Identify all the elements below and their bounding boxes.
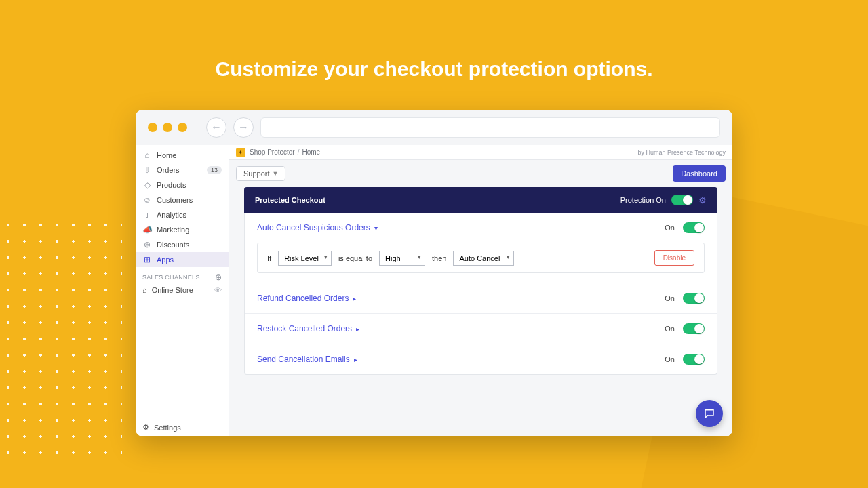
rule-title[interactable]: Refund Cancelled Orders (257, 293, 349, 303)
marketing-icon: 📣 (142, 225, 152, 235)
dashboard-button[interactable]: Dashboard (673, 165, 726, 182)
rule-state: On (665, 325, 675, 333)
breadcrumb-app: Shop Protector (250, 148, 295, 156)
breadcrumb-current: Home (302, 148, 321, 156)
app-toolbar: Support ▼ Dashboard (229, 160, 732, 187)
operator-label: is equal to (338, 254, 372, 262)
apps-icon: ⊞ (142, 255, 152, 264)
sidebar-item-label: Analytics (157, 211, 222, 219)
home-icon: ⌂ (142, 150, 152, 160)
panel-title: Protected Checkout (255, 196, 326, 204)
rule-title[interactable]: Restock Cancelled Orders (257, 324, 352, 333)
sidebar-item-analytics[interactable]: ⫾ Analytics (136, 207, 229, 222)
sidebar-item-apps[interactable]: ⊞ Apps (136, 252, 229, 267)
sidebar-item-home[interactable]: ⌂ Home (136, 148, 229, 163)
rule-auto-cancel: Auto Cancel Suspicious Orders ▾ On If Ri… (245, 213, 717, 283)
orders-icon: ⇩ (142, 165, 152, 175)
sidebar-item-label: Home (157, 151, 222, 159)
rule-refund-cancelled: Refund Cancelled Orders ▸ On (245, 283, 717, 314)
traffic-dot (148, 123, 157, 132)
add-channel-icon[interactable]: ⊕ (215, 272, 222, 282)
orders-badge: 13 (207, 166, 222, 174)
shop-protector-icon: ✦ (236, 148, 245, 157)
rule-title[interactable]: Send Cancellation Emails (257, 354, 350, 364)
url-bar[interactable] (260, 117, 720, 138)
channel-label: Online Store (152, 286, 210, 294)
decorative-dots (0, 217, 122, 454)
browser-window: ← → ⌂ Home ⇩ Orders 13 ◇ Products (136, 110, 732, 436)
support-button[interactable]: Support ▼ (236, 166, 285, 181)
discounts-icon: ⊛ (142, 240, 152, 249)
main-panel: ✦ Shop Protector / Home by Human Presenc… (229, 145, 732, 436)
support-label: Support (243, 169, 270, 178)
rule-condition-row: If Risk Level is equal to High then Auto… (257, 243, 705, 273)
breadcrumb-separator: / (298, 148, 300, 156)
channel-online-store[interactable]: ⌂ Online Store 👁 (136, 283, 229, 297)
nav-forward-button[interactable]: → (233, 117, 254, 138)
action-select[interactable]: Auto Cancel (453, 251, 514, 266)
rule-toggle[interactable] (683, 293, 705, 304)
analytics-icon: ⫾ (142, 210, 152, 220)
traffic-lights (148, 123, 187, 132)
rule-state: On (665, 294, 675, 302)
protection-toggle[interactable] (671, 195, 693, 205)
sidebar-item-label: Apps (157, 256, 222, 264)
field-select[interactable]: Risk Level (278, 251, 332, 266)
store-icon: ⌂ (142, 286, 147, 294)
rule-send-cancellation-emails: Send Cancellation Emails ▸ On (245, 344, 717, 374)
sidebar-item-label: Discounts (157, 241, 222, 249)
customers-icon: ☺ (142, 195, 152, 205)
rule-state: On (665, 224, 675, 232)
protection-label: Protection On (620, 196, 666, 204)
rule-restock-cancelled: Restock Cancelled Orders ▸ On (245, 314, 717, 344)
disable-rule-button[interactable]: Disable (654, 250, 694, 266)
sidebar-settings[interactable]: ⚙ Settings (136, 418, 229, 436)
gear-icon[interactable]: ⚙ (698, 195, 707, 205)
sales-channels-label: SALES CHANNELS (142, 274, 200, 281)
help-fab[interactable] (696, 400, 723, 427)
gear-icon: ⚙ (142, 423, 149, 432)
rule-title[interactable]: Auto Cancel Suspicious Orders (257, 223, 370, 232)
sidebar-item-customers[interactable]: ☺ Customers (136, 192, 229, 207)
sidebar-item-label: Orders (157, 166, 202, 174)
rule-toggle[interactable] (683, 354, 705, 365)
rule-toggle[interactable] (683, 323, 705, 334)
traffic-dot (163, 123, 172, 132)
settings-label: Settings (154, 424, 181, 432)
rule-toggle[interactable] (683, 222, 705, 233)
if-label: If (267, 254, 271, 262)
chevron-right-icon[interactable]: ▸ (356, 325, 359, 333)
rules-list: Auto Cancel Suspicious Orders ▾ On If Ri… (244, 213, 717, 375)
protected-checkout-header: Protected Checkout Protection On ⚙ (244, 187, 717, 213)
chevron-right-icon[interactable]: ▸ (354, 356, 357, 363)
sidebar-item-products[interactable]: ◇ Products (136, 178, 229, 192)
sidebar-item-label: Customers (157, 196, 222, 204)
browser-chrome: ← → (136, 110, 732, 145)
sidebar-item-label: Products (157, 181, 222, 189)
app-topbar: ✦ Shop Protector / Home by Human Presenc… (229, 145, 732, 160)
sidebar-item-marketing[interactable]: 📣 Marketing (136, 222, 229, 237)
sidebar: ⌂ Home ⇩ Orders 13 ◇ Products ☺ Customer… (136, 145, 229, 436)
nav-back-button[interactable]: ← (206, 117, 226, 138)
chevron-down-icon[interactable]: ▾ (374, 224, 378, 232)
traffic-dot (178, 123, 187, 132)
app-byline: by Human Presence Technology (638, 149, 726, 156)
sidebar-item-discounts[interactable]: ⊛ Discounts (136, 237, 229, 252)
products-icon: ◇ (142, 180, 152, 190)
chat-icon (703, 407, 715, 420)
then-label: then (432, 254, 446, 262)
view-store-icon[interactable]: 👁 (214, 286, 222, 294)
rule-state: On (665, 355, 675, 363)
sales-channels-header: SALES CHANNELS ⊕ (136, 267, 229, 283)
sidebar-item-label: Marketing (157, 226, 222, 234)
value-select[interactable]: High (379, 251, 425, 266)
hero-title: Customize your checkout protection optio… (0, 58, 868, 81)
chevron-right-icon[interactable]: ▸ (353, 295, 356, 302)
chevron-down-icon: ▼ (273, 170, 279, 177)
sidebar-item-orders[interactable]: ⇩ Orders 13 (136, 163, 229, 178)
